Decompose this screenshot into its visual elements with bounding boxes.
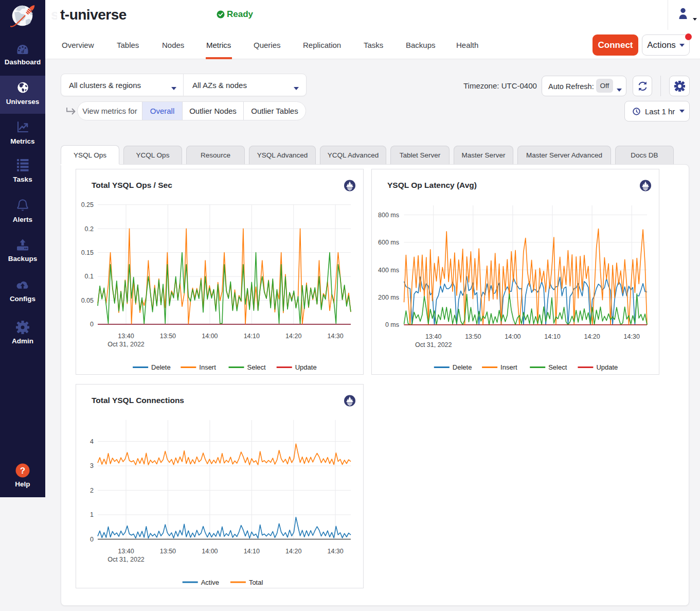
svg-text:Oct 31, 2022: Oct 31, 2022 (107, 341, 145, 348)
svg-text:14:30: 14:30 (327, 333, 343, 340)
svg-text:14:30: 14:30 (327, 548, 343, 555)
svg-text:?: ? (20, 466, 25, 476)
svg-text:14:20: 14:20 (584, 333, 600, 340)
svg-text:14:30: 14:30 (624, 333, 640, 340)
svg-text:13:40: 13:40 (118, 333, 134, 340)
svg-text:14:10: 14:10 (544, 333, 560, 340)
svg-text:0.25: 0.25 (81, 201, 94, 208)
svg-text:13:50: 13:50 (465, 333, 481, 340)
svg-text:14:00: 14:00 (202, 548, 218, 555)
svg-text:3: 3 (90, 462, 94, 469)
svg-text:0.15: 0.15 (81, 249, 94, 256)
svg-text:YSQL Op Latency (Avg): YSQL Op Latency (Avg) (387, 181, 477, 189)
svg-text:4: 4 (90, 438, 94, 445)
svg-text:14:20: 14:20 (285, 333, 301, 340)
svg-text:0: 0 (90, 536, 94, 543)
svg-text:14:00: 14:00 (505, 333, 520, 340)
svg-text:Insert: Insert (199, 363, 216, 371)
svg-text:Active: Active (201, 579, 219, 586)
svg-text:1: 1 (90, 511, 94, 518)
svg-text:600 ms: 600 ms (378, 239, 399, 246)
svg-text:Update: Update (596, 363, 618, 371)
svg-text:Select: Select (548, 363, 567, 371)
svg-text:800 ms: 800 ms (378, 212, 399, 219)
svg-text:Total YSQL Connections: Total YSQL Connections (92, 396, 184, 405)
svg-text:13:40: 13:40 (425, 333, 441, 340)
svg-text:14:10: 14:10 (244, 548, 260, 555)
svg-text:14:10: 14:10 (244, 333, 260, 340)
svg-text:0.2: 0.2 (85, 225, 94, 233)
svg-text:200 ms: 200 ms (378, 294, 399, 301)
svg-text:Delete: Delete (151, 363, 171, 371)
svg-text:Delete: Delete (453, 363, 472, 371)
svg-text:13:50: 13:50 (160, 548, 176, 555)
svg-text:2: 2 (90, 487, 94, 494)
svg-text:14:20: 14:20 (285, 548, 301, 555)
svg-text:0.1: 0.1 (85, 273, 94, 280)
svg-text:Oct 31, 2022: Oct 31, 2022 (415, 341, 452, 348)
svg-text:400 ms: 400 ms (378, 267, 399, 274)
svg-text:Insert: Insert (500, 363, 517, 371)
svg-text:0.05: 0.05 (81, 297, 94, 304)
svg-text:Update: Update (295, 363, 317, 371)
svg-text:Oct 31, 2022: Oct 31, 2022 (107, 556, 145, 563)
svg-text:Total YSQL Ops / Sec: Total YSQL Ops / Sec (92, 181, 172, 189)
svg-text:Total: Total (249, 579, 263, 586)
svg-text:0: 0 (90, 321, 94, 328)
svg-text:14:00: 14:00 (202, 333, 218, 340)
svg-text:13:50: 13:50 (160, 333, 176, 340)
svg-text:Select: Select (247, 363, 266, 371)
svg-text:0 ms: 0 ms (385, 321, 399, 328)
svg-text:13:40: 13:40 (118, 548, 134, 555)
